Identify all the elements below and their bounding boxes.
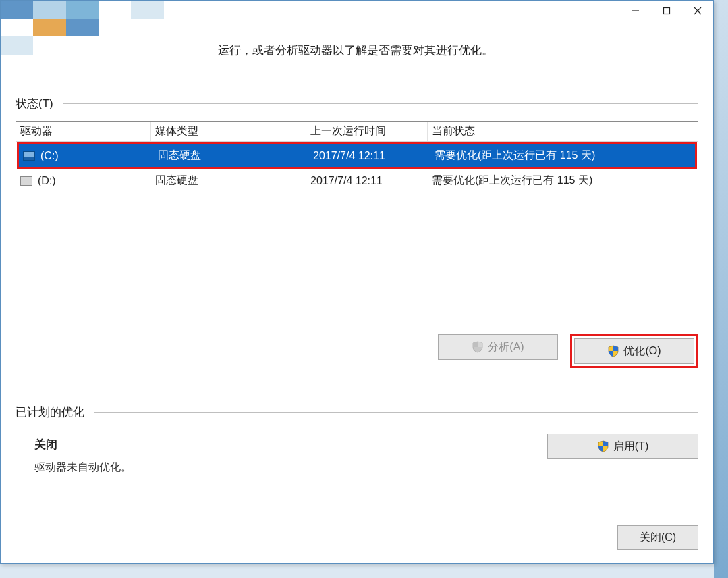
close-label: 关闭(C) [640,531,676,545]
drive-lastrun: 2017/7/4 12:11 [306,175,428,187]
svg-rect-0 [664,8,670,14]
analyze-label: 分析(A) [488,340,524,354]
col-header-media[interactable]: 媒体类型 [151,122,306,141]
intro-text: 运行，或者分析驱动器以了解是否需要对其进行优化。 [218,43,698,58]
schedule-off-label: 关闭 [34,434,132,456]
close-button[interactable] [682,1,713,21]
drives-table: 驱动器 媒体类型 上一次运行时间 当前状态 (C:) 固态硬盘 2017/7/4… [16,121,698,323]
enable-label: 启用(T) [613,440,648,454]
table-header-row: 驱动器 媒体类型 上一次运行时间 当前状态 [16,122,698,142]
status-section-label: 状态(T) [16,96,53,111]
drive-icon [20,176,32,186]
drive-row-d[interactable]: (D:) 固态硬盘 2017/7/4 12:11 需要优化(距上次运行已有 11… [16,169,698,192]
minimize-button[interactable] [620,1,651,21]
optimize-label: 优化(O) [623,344,661,359]
scheduled-section-label: 已计划的优化 [16,404,84,420]
drive-lastrun: 2017/7/4 12:11 [309,150,430,162]
drive-icon [23,151,35,161]
drive-status: 需要优化(距上次运行已有 115 天) [430,149,695,163]
tutorial-highlight-row: (C:) 固态硬盘 2017/7/4 12:11 需要优化(距上次运行已有 11… [17,142,697,169]
col-header-lastrun[interactable]: 上一次运行时间 [306,122,428,141]
drive-media: 固态硬盘 [151,174,306,188]
optimize-drives-window: 运行，或者分析驱动器以了解是否需要对其进行优化。 状态(T) 驱动器 媒体类型 … [0,0,714,564]
drive-status: 需要优化(距上次运行已有 115 天) [428,174,698,188]
desktop-edge [714,0,728,578]
col-header-status[interactable]: 当前状态 [428,122,698,141]
tutorial-highlight-optimize: 优化(O) [570,334,698,368]
close-dialog-button[interactable]: 关闭(C) [617,525,698,550]
drive-media: 固态硬盘 [154,149,309,163]
shield-icon [607,345,619,357]
drive-name: (C:) [40,150,59,162]
schedule-off-desc: 驱动器未自动优化。 [34,456,132,478]
analyze-button: 分析(A) [438,334,558,360]
shield-icon [597,440,609,452]
drives-empty-area [16,192,698,323]
optimize-button[interactable]: 优化(O) [574,338,694,364]
col-header-drive[interactable]: 驱动器 [16,122,151,141]
drive-name: (D:) [38,175,56,187]
redacted-pixels [1,1,196,55]
drive-row-c[interactable]: (C:) 固态硬盘 2017/7/4 12:11 需要优化(距上次运行已有 11… [19,144,695,167]
divider [63,103,698,104]
divider [94,412,698,413]
shield-icon [472,341,484,353]
maximize-button[interactable] [651,1,682,21]
enable-schedule-button[interactable]: 启用(T) [547,434,698,459]
